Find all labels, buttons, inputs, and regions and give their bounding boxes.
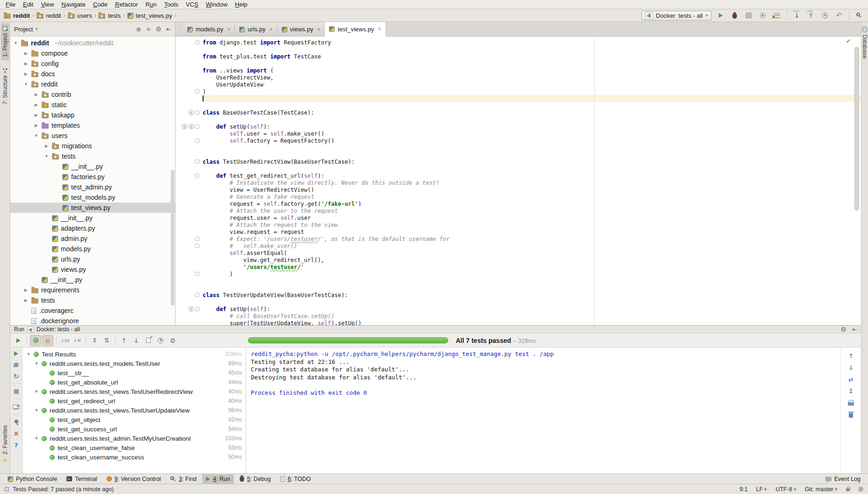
code-line[interactable]: class TestUserUpdateView(BaseUserTestCas… <box>175 291 861 298</box>
sort-alpha-button[interactable]: ↓az <box>59 335 71 346</box>
fold-marker-icon[interactable] <box>195 89 199 94</box>
test-tree-row[interactable]: ▼Test Results328ms <box>22 349 246 359</box>
tree-expanded-icon[interactable]: ▼ <box>34 133 39 138</box>
code-line[interactable] <box>175 151 861 158</box>
project-tree-row[interactable]: adapters.py <box>10 223 175 233</box>
test-tree-row[interactable]: ▼reddit.users.tests.test_models.TestUser… <box>22 359 246 368</box>
menu-item-navigate[interactable]: Navigate <box>58 1 89 8</box>
toolwindow-button-event-log[interactable]: Event Log <box>822 474 864 484</box>
project-tree-row[interactable]: ▶static <box>10 100 175 110</box>
code-line[interactable]: request.user = self.user <box>175 214 861 221</box>
menu-item-help[interactable]: Help <box>231 1 251 8</box>
code-line[interactable] <box>175 116 861 123</box>
code-line[interactable]: self.assertEqual( <box>175 249 861 256</box>
close-icon[interactable]: × <box>270 26 273 33</box>
project-tree-row[interactable]: ▶migrations <box>10 141 175 151</box>
project-tree-row[interactable]: models.py <box>10 244 175 254</box>
tree-collapsed-icon[interactable]: ▶ <box>23 288 29 292</box>
status-widget-9-1[interactable]: 9:1 <box>739 486 747 493</box>
tab-views-py[interactable]: views.py× <box>277 22 325 36</box>
test-tree-row[interactable]: test_get_absolute_url44ms <box>22 378 246 387</box>
history-button[interactable] <box>155 335 166 346</box>
code-line[interactable] <box>175 46 861 53</box>
sidebar-tab-7-structure[interactable]: 7: Structure <box>1 65 9 108</box>
code-line[interactable]: # Instantiate the view directly. Never d… <box>175 179 861 186</box>
code-line[interactable]: ) <box>175 88 861 95</box>
chevron-down-icon[interactable]: ▾ <box>35 27 37 31</box>
gear-icon[interactable]: ⚙ <box>841 326 847 333</box>
menu-item-edit[interactable]: Edit <box>19 1 37 8</box>
project-tree-row[interactable]: ▼users <box>10 131 175 141</box>
code-line[interactable]: # Attach the user to the request <box>175 207 861 214</box>
test-tree-row[interactable]: test_get_success_url54ms <box>22 424 246 434</box>
tree-collapsed-icon[interactable]: ▶ <box>44 144 49 148</box>
tab-test_views-py[interactable]: test_views.py× <box>325 22 386 36</box>
status-widget-git-master[interactable]: Git: master <box>805 486 838 493</box>
tree-expanded-icon[interactable]: ▼ <box>34 361 39 366</box>
fold-marker-icon[interactable] <box>195 174 199 178</box>
tree-collapsed-icon[interactable]: ▶ <box>23 61 29 66</box>
code-line[interactable]: self.factory = RequestFactory() <box>175 137 861 144</box>
hide-icon[interactable]: ⇤ <box>852 327 857 333</box>
code-line[interactable]: def test_get_redirect_url(self): <box>175 172 861 179</box>
project-tree-row[interactable]: __init__.py <box>10 275 175 285</box>
project-tree-row[interactable]: ▶requirements <box>10 285 175 295</box>
tree-collapsed-icon[interactable]: ▶ <box>34 113 39 117</box>
services-button[interactable] <box>772 10 782 21</box>
project-tree-row[interactable]: ▼reddit~/cookiecutter/reddit <box>10 38 175 48</box>
project-tree-row[interactable]: views.py <box>10 264 175 275</box>
status-widget[interactable] <box>846 487 850 491</box>
code-line[interactable] <box>175 95 861 102</box>
test-tree-row[interactable]: ▼reddit.users.tests.test_views.TestUserR… <box>22 387 246 396</box>
rerun-button[interactable] <box>12 350 21 357</box>
project-tree-row[interactable]: factories.py <box>10 172 175 182</box>
project-tree-row[interactable]: ▼reddit <box>10 79 175 89</box>
test-tree-row[interactable]: test_clean_username_false53ms <box>22 443 246 452</box>
code-line[interactable]: # Expect: '/users/testuser/', as that is… <box>175 235 861 242</box>
menu-item-run[interactable]: Run <box>142 1 160 8</box>
fold-marker-icon[interactable] <box>195 40 199 44</box>
scroll-end-button[interactable]: ↧ <box>847 387 855 395</box>
code-line[interactable]: from django.test import RequestFactory <box>175 39 861 46</box>
toolwindow-button-4-run[interactable]: 4: Run <box>202 474 234 484</box>
collapse-all2-button[interactable]: ⇅ <box>101 335 112 346</box>
code-line[interactable]: '/users/testuser/' <box>175 263 861 270</box>
up-button[interactable]: ↑ <box>118 335 130 346</box>
tree-expanded-icon[interactable]: ▼ <box>26 352 31 356</box>
code-line[interactable]: view.get_redirect_url(), <box>175 256 861 263</box>
project-tree-row[interactable]: test_models.py <box>10 192 175 203</box>
sort-time-button[interactable]: ↓≡ <box>72 335 83 346</box>
project-tree-row[interactable]: ▶contrib <box>10 89 175 100</box>
override-down-marker-icon[interactable]: ↓ <box>189 124 194 129</box>
code-line[interactable] <box>175 277 861 284</box>
breadcrumb-item[interactable]: reddit <box>4 12 30 19</box>
menu-item-vcs[interactable]: VCS <box>182 1 202 8</box>
code-line[interactable]: ↓class BaseUserTestCase(TestCase): <box>175 109 861 116</box>
vcs-commit-button[interactable]: ↑ <box>806 10 816 21</box>
breadcrumb-item[interactable]: tests <box>98 12 120 19</box>
code-line[interactable]: ) <box>175 270 861 277</box>
tree-collapsed-icon[interactable]: ▶ <box>34 123 39 128</box>
auto-test-button[interactable]: ↻ <box>12 372 21 380</box>
status-widget[interactable] <box>858 487 863 492</box>
test-tree-row[interactable]: test__str__45ms <box>22 368 246 378</box>
code-line[interactable]: super(TestUserUpdateView, self).setUp() <box>175 320 861 325</box>
menu-item-refactor[interactable]: Refactor <box>111 1 142 8</box>
history-button[interactable] <box>820 10 830 21</box>
code-line[interactable]: class TestUserRedirectView(BaseUserTestC… <box>175 158 861 165</box>
project-panel-title[interactable]: Project <box>14 26 33 33</box>
tree-collapsed-icon[interactable]: ▶ <box>23 51 29 56</box>
code-line[interactable]: ↑ def setUp(self): <box>175 305 861 312</box>
rerun-failed-button[interactable] <box>12 361 21 369</box>
code-editor[interactable]: ✔ from django.test import RequestFactory… <box>175 36 861 325</box>
stop-button[interactable] <box>12 388 21 395</box>
menu-item-code[interactable]: Code <box>89 1 111 8</box>
tree-expanded-icon[interactable]: ▼ <box>23 82 29 87</box>
run-console[interactable]: reddit_pycha:python -u /opt/.pycharm_hel… <box>246 348 840 473</box>
override-up-marker-icon[interactable]: ↑ <box>182 124 187 129</box>
clear-button[interactable] <box>847 411 855 418</box>
editor-scrollbar[interactable] <box>854 47 859 211</box>
toolwindow-button-5-debug[interactable]: 5: Debug <box>236 474 275 484</box>
tab-urls-py[interactable]: urls.py× <box>235 22 277 36</box>
project-tree-row[interactable]: ▼tests <box>10 151 175 161</box>
